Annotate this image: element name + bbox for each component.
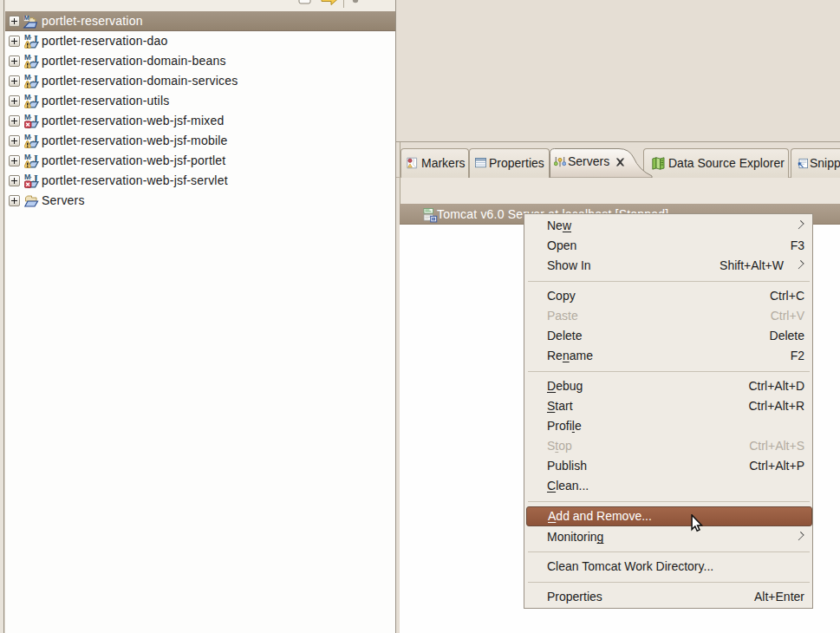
svg-text:M: M [24, 15, 29, 21]
